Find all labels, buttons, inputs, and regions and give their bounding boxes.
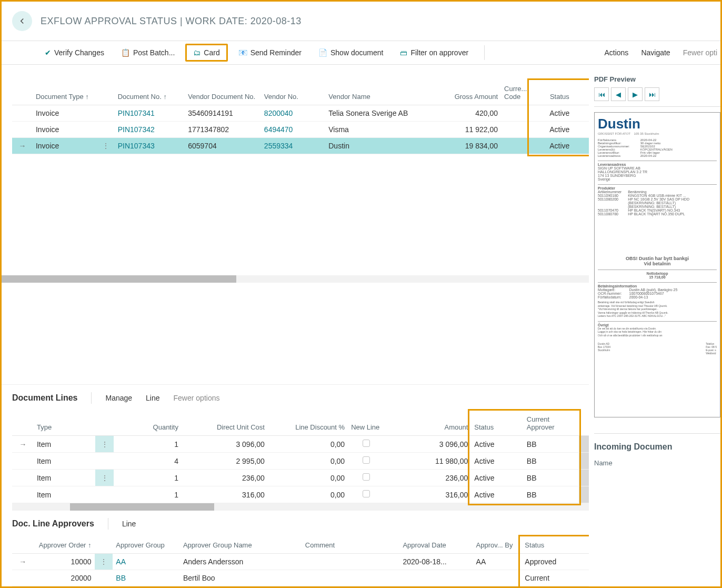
- pdf-prev-button[interactable]: ◀: [611, 87, 626, 101]
- col-status[interactable]: Status: [530, 81, 589, 105]
- col-curr[interactable]: Curre... Code: [501, 81, 530, 105]
- pdf-vendor-logo: Dustin: [598, 116, 717, 132]
- toolbar: ✔ Verify Changes 📋 Post Batch... 🗂 Card …: [2, 41, 720, 65]
- newline-checkbox[interactable]: [363, 456, 370, 464]
- show-document-button[interactable]: 📄 Show document: [312, 45, 389, 60]
- table-row[interactable]: → 10000 ⋮ AA Anders Andersson 2020-08-18…: [12, 554, 589, 570]
- approvers-line[interactable]: Line: [122, 520, 136, 528]
- col-adate[interactable]: Approval Date: [399, 537, 473, 554]
- row-more-icon[interactable]: ⋮: [95, 554, 113, 570]
- approver-group-link[interactable]: BB: [113, 570, 180, 586]
- approvers-title: Doc. Line Approvers: [12, 519, 94, 529]
- newline-checkbox[interactable]: [363, 473, 370, 481]
- table-row[interactable]: 20000 BB Bertil Boo Current: [12, 570, 589, 586]
- clipboard-icon: 📋: [121, 48, 130, 57]
- doc-lines-table: Type Quantity Direct Unit Cost Line Disc…: [12, 411, 589, 503]
- table-row[interactable]: Item 1 316,00 0,00 316,00 Active BB: [12, 486, 589, 503]
- col-qty[interactable]: Quantity: [114, 411, 182, 436]
- doclines-manage[interactable]: Manage: [105, 394, 132, 402]
- hscroll-top[interactable]: [2, 275, 589, 283]
- pdf-next-button[interactable]: ▶: [628, 87, 643, 101]
- vendor-no-link[interactable]: 2559334: [261, 138, 325, 154]
- row-indicator-icon: →: [12, 554, 34, 570]
- col-doc-no[interactable]: Document No. ↑: [115, 81, 185, 105]
- row-indicator-icon: [12, 122, 33, 138]
- row-indicator-icon: [12, 570, 34, 586]
- row-indicator-icon: →: [12, 138, 33, 154]
- row-more-icon[interactable]: [97, 122, 114, 138]
- filter-icon: 🗃: [400, 48, 407, 57]
- row-more-icon[interactable]: ⋮: [95, 436, 114, 453]
- fewer-options-button[interactable]: Fewer opti: [683, 48, 717, 57]
- pdf-first-button[interactable]: ⏮: [594, 87, 609, 101]
- table-row[interactable]: Invoice PIN107341 35460914191 8200040 Te…: [12, 105, 589, 122]
- row-more-icon[interactable]: ⋮: [95, 470, 114, 486]
- col-amount[interactable]: Amount: [385, 411, 471, 436]
- send-reminder-button[interactable]: 📧 Send Reminder: [232, 45, 308, 60]
- card-icon: 🗂: [193, 48, 200, 57]
- col-vendor-name[interactable]: Vendor Name: [325, 81, 430, 105]
- hscroll-doclines[interactable]: [12, 503, 589, 511]
- newline-checkbox[interactable]: [363, 490, 370, 497]
- bell-icon: 📧: [238, 48, 247, 57]
- row-more-icon[interactable]: ⋮: [97, 138, 114, 154]
- pdf-last-button[interactable]: ⏭: [645, 87, 659, 101]
- back-button[interactable]: [12, 11, 32, 31]
- check-circle-icon: ✔: [45, 48, 51, 57]
- col-type[interactable]: Type: [34, 411, 95, 436]
- col-ap-status[interactable]: Status: [522, 537, 589, 554]
- table-row[interactable]: → Item ⋮ 1 3 096,00 0,00 3 096,00 Active…: [12, 436, 589, 453]
- pdf-preview-title: PDF Preview: [594, 75, 720, 83]
- doc-lines-title: Document Lines: [12, 393, 77, 403]
- doc-no-link[interactable]: PIN107343: [115, 138, 185, 154]
- document-icon: 📄: [318, 48, 327, 57]
- card-button[interactable]: 🗂 Card: [185, 44, 227, 62]
- doc-no-link[interactable]: PIN107342: [115, 122, 185, 138]
- verify-changes-button[interactable]: ✔ Verify Changes: [38, 45, 111, 60]
- col-order[interactable]: Approver Order ↑: [34, 537, 95, 554]
- col-approver[interactable]: Current Approver: [524, 411, 579, 436]
- table-row[interactable]: Item ⋮ 1 236,00 0,00 236,00 Active BB: [12, 470, 589, 486]
- col-vendor-doc-no[interactable]: Vendor Document No.: [185, 81, 261, 105]
- row-indicator-icon: [12, 486, 34, 503]
- doc-no-link[interactable]: PIN107341: [115, 105, 185, 122]
- table-row[interactable]: Item 4 2 995,00 0,00 11 980,00 Active BB: [12, 453, 589, 470]
- row-more-icon[interactable]: [97, 105, 114, 122]
- filter-approver-button[interactable]: 🗃 Filter on approver: [394, 45, 475, 60]
- arrow-left-icon: [17, 16, 27, 26]
- row-more-icon[interactable]: [95, 570, 113, 586]
- col-dl-status[interactable]: Status: [471, 411, 524, 436]
- doclines-fewer[interactable]: Fewer options: [174, 394, 220, 402]
- navigate-menu[interactable]: Navigate: [641, 48, 670, 57]
- table-row[interactable]: → Invoice ⋮ PIN107343 6059704 2559334 Du…: [12, 138, 589, 154]
- col-newline[interactable]: New Line: [348, 411, 385, 436]
- col-disc[interactable]: Line Discount %: [268, 411, 348, 436]
- doclines-line[interactable]: Line: [146, 394, 159, 402]
- col-group[interactable]: Approver Group: [113, 537, 180, 554]
- col-vendor-no[interactable]: Vendor No.: [261, 81, 325, 105]
- approvers-table: Approver Order ↑ Approver Group Approver…: [12, 537, 589, 586]
- post-batch-button[interactable]: 📋 Post Batch...: [115, 45, 181, 60]
- vendor-no-link[interactable]: 6494470: [261, 122, 325, 138]
- newline-checkbox[interactable]: [363, 440, 370, 447]
- row-indicator-icon: [12, 470, 34, 486]
- col-aby[interactable]: Approv... By: [473, 537, 522, 554]
- actions-menu[interactable]: Actions: [604, 48, 628, 57]
- incoming-documents-title: Incoming Documen: [594, 433, 720, 452]
- col-gname[interactable]: Approver Group Name: [180, 537, 302, 554]
- col-unit[interactable]: Direct Unit Cost: [182, 411, 268, 436]
- page-title: EXFLOW APPROVAL STATUS | WORK DATE: 2020…: [41, 16, 302, 27]
- table-row[interactable]: Invoice PIN107342 1771347802 6494470 Vis…: [12, 122, 589, 138]
- vendor-no-link[interactable]: 8200040: [261, 105, 325, 122]
- incoming-col-name[interactable]: Name: [594, 452, 720, 474]
- invoices-table: Document Type ↑ Document No. ↑ Vendor Do…: [12, 81, 589, 154]
- row-more-icon[interactable]: [95, 486, 114, 503]
- row-indicator-icon: →: [12, 436, 34, 453]
- approver-group-link[interactable]: AA: [113, 554, 180, 570]
- row-indicator-icon: [12, 105, 33, 122]
- col-comment[interactable]: Comment: [302, 537, 400, 554]
- row-more-icon[interactable]: [95, 453, 114, 470]
- pdf-document-preview[interactable]: Dustin GROSSIST FÖR ATOT 105 35 Stockhol…: [594, 112, 720, 417]
- col-gross[interactable]: Gross Amount: [431, 81, 502, 105]
- col-doc-type[interactable]: Document Type ↑: [33, 81, 97, 105]
